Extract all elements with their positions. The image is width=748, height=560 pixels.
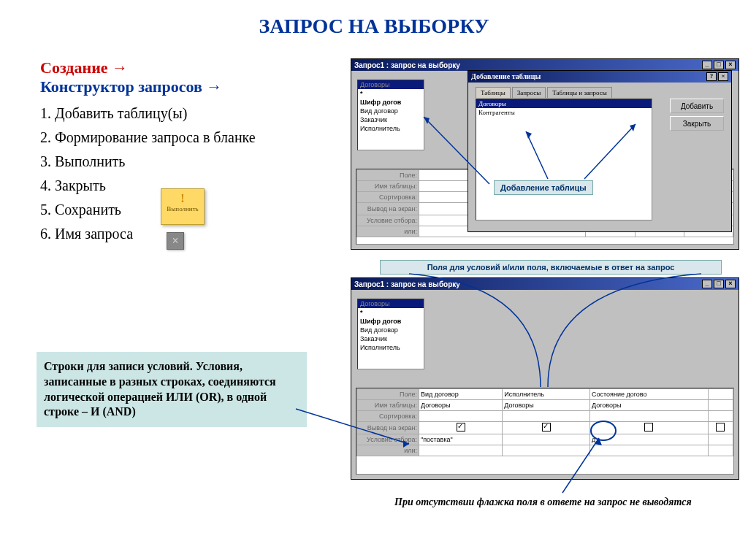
close-icon[interactable]: × [725,280,736,288]
info-box-conditions: Строки для записи условий. Условия, запи… [37,352,307,427]
checkbox-checked[interactable] [457,423,465,431]
titlebar: Запрос1 : запрос на выборку _ □ × [351,278,739,290]
tab-tables[interactable]: Таблицы [476,87,511,98]
step-3: 3. Выполнить [40,153,325,170]
annotation-add-table: Добавление таблицы [494,180,593,195]
close-icon[interactable]: × [167,232,184,250]
tables-box: Договоры * Шифр догов Вид договор Заказч… [357,299,424,369]
close-icon[interactable]: × [725,61,736,69]
list-item[interactable]: Контрагенты [476,108,652,117]
exclaim-icon: ! [161,192,204,205]
query-grid-lower[interactable]: Поле:Вид договорИсполнительСостояние дог… [356,388,734,475]
help-icon[interactable]: ? [706,72,717,81]
constructor-step: Конструктор запросов [40,77,202,96]
slide-title: ЗАПРОС НА ВЫБОРКУ [0,15,748,38]
tables-list[interactable]: Договоры Контрагенты [476,99,652,220]
tables-box: Договоры * Шифр догов Вид договор Заказч… [357,80,424,150]
breadcrumb-create: Создание → Конструктор запросов → [40,58,325,96]
close-button[interactable]: Закрыть [670,116,724,131]
step-1: 1. Добавить таблицу(ы) [40,105,325,122]
max-icon[interactable]: □ [714,280,724,288]
add-table-dialog: Добавление таблицы ? × Таблицы Запросы Т… [468,70,732,232]
execute-button[interactable]: ! Выполнить [161,188,205,225]
min-icon[interactable]: _ [702,280,712,288]
step-2: 2. Формирование запроса в бланке [40,129,325,146]
dialog-tabs: Таблицы Запросы Таблицы и запросы [476,87,731,98]
checkbox-checked[interactable] [542,423,551,431]
dialog-titlebar: Добавление таблицы ? × [468,71,731,83]
annotation-checkbox: При отсутствии флажка поля в ответе на з… [394,496,692,508]
checkbox[interactable] [716,423,725,431]
min-icon[interactable]: _ [702,61,712,69]
titlebar: Запрос1 : запрос на выборку _ □ × [351,59,739,71]
list-item[interactable]: Договоры [476,99,652,108]
annotation-fields: Поля для условий и/или поля, включаемые … [380,260,722,275]
tab-both[interactable]: Таблицы и запросы [547,87,612,98]
checkbox[interactable] [644,423,653,431]
close-icon[interactable]: × [718,72,728,81]
tab-queries[interactable]: Запросы [512,87,546,98]
query-window-lower: Запрос1 : запрос на выборку _ □ × Догово… [351,277,739,480]
create-step: Создание [40,58,108,77]
add-button[interactable]: Добавить [670,99,724,113]
max-icon[interactable]: □ [714,61,724,69]
